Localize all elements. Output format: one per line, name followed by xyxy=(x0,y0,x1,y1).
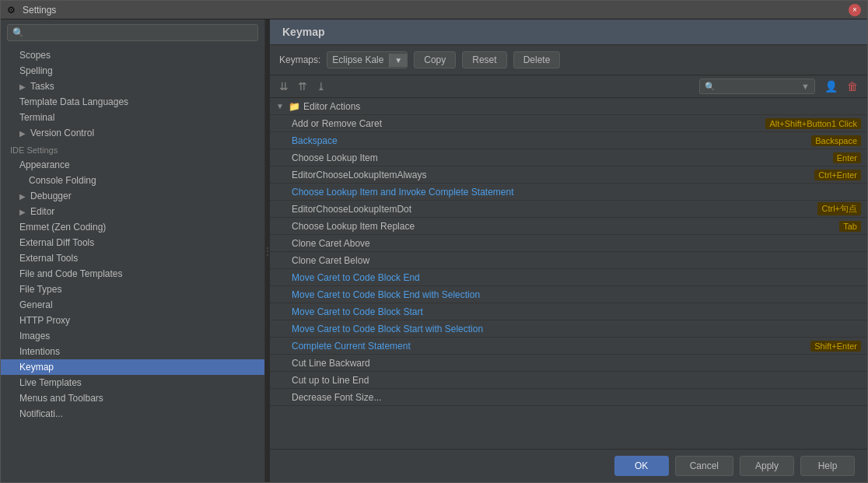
sidebar-search-input[interactable] xyxy=(27,27,253,38)
tree-row-label: Choose Lookup Item xyxy=(292,152,827,163)
tree-row[interactable]: Backspace Backspace xyxy=(270,132,867,149)
tree-toolbar: ⇊ ⇈ ⤓ 🔍 ▼ 👤 🗑 xyxy=(270,75,867,98)
delete-button[interactable]: Delete xyxy=(513,51,561,68)
close-button[interactable]: × xyxy=(849,4,861,16)
sidebar-item-label: Spelling xyxy=(19,65,53,76)
tree-row[interactable]: ▼ 📁 Editor Actions xyxy=(270,98,867,115)
sidebar-item-scopes[interactable]: Scopes xyxy=(1,47,264,63)
tree-row-label: EditorChooseLookupItemAlways xyxy=(292,170,808,180)
tree-row[interactable]: Move Caret to Code Block End with Select… xyxy=(270,286,867,303)
sidebar-item-label: Tasks xyxy=(30,81,54,92)
sidebar-item-label: Live Templates xyxy=(19,377,82,388)
tree-row-label: Clone Caret Below xyxy=(292,255,861,266)
tree-search-box[interactable]: 🔍 ▼ xyxy=(699,79,815,94)
sidebar-item-label: Terminal xyxy=(19,112,54,123)
group-label: IDE Settings xyxy=(10,145,58,155)
tree-row[interactable]: Choose Lookup Item Replace Tab xyxy=(270,218,867,235)
sidebar-item-label: File Types xyxy=(19,284,61,295)
select-dropdown-arrow-icon[interactable]: ▼ xyxy=(389,54,407,67)
user-filter-button[interactable]: 👤 xyxy=(821,79,841,94)
help-button[interactable]: Help xyxy=(800,456,855,476)
sidebar: 🔍 Scopes Spelling ▶ Tasks Template Data … xyxy=(1,19,265,482)
sidebar-item-file-and-code-templates[interactable]: File and Code Templates xyxy=(1,266,264,282)
tree-row-label: Cut Line Backward xyxy=(292,358,861,369)
tree-row[interactable]: EditorChooseLookupItemDot Ctrl+句点 xyxy=(270,201,867,218)
panel-header: Keymap xyxy=(270,19,867,45)
sidebar-item-label: Images xyxy=(19,331,50,341)
cancel-button[interactable]: Cancel xyxy=(675,456,733,476)
sidebar-item-general[interactable]: General xyxy=(1,297,264,313)
sidebar-item-label: General xyxy=(19,299,53,310)
sidebar-item-debugger[interactable]: ▶ Debugger xyxy=(1,188,264,204)
tree-row[interactable]: Clone Caret Below xyxy=(270,252,867,269)
tree-row-label: Backspace xyxy=(292,135,805,146)
collapse-all-button[interactable]: ⇈ xyxy=(295,79,310,94)
sidebar-item-external-diff-tools[interactable]: External Diff Tools xyxy=(1,235,264,250)
sidebar-item-label: Version Control xyxy=(30,128,94,138)
tree-row-shortcut: Alt+Shift+Button1 Click xyxy=(765,118,861,129)
tree-row[interactable]: Move Caret to Code Block End xyxy=(270,269,867,286)
resize-handle[interactable] xyxy=(265,19,270,482)
reset-button[interactable]: Reset xyxy=(462,51,506,68)
sidebar-item-template-data-languages[interactable]: Template Data Languages xyxy=(1,94,264,110)
tree-row-label: Cut up to Line End xyxy=(292,375,861,386)
sidebar-item-label: Intentions xyxy=(19,346,60,357)
tree-row-shortcut: Tab xyxy=(839,221,861,232)
tree-row[interactable]: Cut up to Line End xyxy=(270,372,867,389)
sidebar-item-label: Debugger xyxy=(30,191,72,201)
keymap-controls: Keymaps: Eclipse Kale ▼ Copy Reset Delet… xyxy=(270,45,867,75)
sidebar-search-box[interactable]: 🔍 xyxy=(7,24,258,41)
expand-all-button[interactable]: ⇊ xyxy=(276,79,292,94)
tree-row[interactable]: Add or Remove Caret Alt+Shift+Button1 Cl… xyxy=(270,115,867,132)
apply-button[interactable]: Apply xyxy=(740,456,794,476)
sidebar-item-editor[interactable]: ▶ Editor xyxy=(1,204,264,219)
tree-row[interactable]: EditorChooseLookupItemAlways Ctrl+Enter xyxy=(270,166,867,184)
sidebar-item-tasks[interactable]: ▶ Tasks xyxy=(1,79,264,94)
sidebar-item-label: Emmet (Zen Coding) xyxy=(19,222,106,233)
sidebar-item-console-folding[interactable]: Console Folding xyxy=(1,173,264,188)
sidebar-item-emmet[interactable]: Emmet (Zen Coding) xyxy=(1,219,264,235)
sidebar-item-label: Editor xyxy=(30,206,54,217)
sidebar-item-version-control[interactable]: ▶ Version Control xyxy=(1,125,264,141)
sidebar-item-file-types[interactable]: File Types xyxy=(1,282,264,297)
tree-row-label: Move Caret to Code Block End with Select… xyxy=(292,289,861,300)
tree-row[interactable]: Complete Current Statement Shift+Enter xyxy=(270,338,867,355)
tree-row-label: Editor Actions xyxy=(303,101,861,112)
tree-row-shortcut: Backspace xyxy=(811,135,861,146)
tree-row-shortcut: Shift+Enter xyxy=(810,341,861,352)
tree-row[interactable]: Clone Caret Above xyxy=(270,235,867,252)
tree-row[interactable]: Choose Lookup Item and Invoke Complete S… xyxy=(270,184,867,201)
keymap-select-wrapper[interactable]: Eclipse Kale ▼ xyxy=(327,51,408,68)
sidebar-item-spelling[interactable]: Spelling xyxy=(1,63,264,79)
sidebar-item-menus-and-toolbars[interactable]: Menus and Toolbars xyxy=(1,390,264,406)
tree-row-label: Move Caret to Code Block Start with Sele… xyxy=(292,324,861,334)
delete-shortcut-button[interactable]: 🗑 xyxy=(844,79,861,94)
title-bar: ⚙ Settings × xyxy=(1,1,867,19)
copy-button[interactable]: Copy xyxy=(414,51,456,68)
panel-title: Keymap xyxy=(282,26,324,38)
sidebar-item-label: External Tools xyxy=(19,253,78,264)
tree-row[interactable]: Cut Line Backward xyxy=(270,355,867,372)
sidebar-item-terminal[interactable]: Terminal xyxy=(1,110,264,125)
sidebar-item-external-tools[interactable]: External Tools xyxy=(1,250,264,266)
tree-row[interactable]: Decrease Font Size... xyxy=(270,389,867,406)
expand-arrow-icon: ▶ xyxy=(19,129,27,138)
expand-selected-button[interactable]: ⤓ xyxy=(313,79,329,94)
sidebar-list: Scopes Spelling ▶ Tasks Template Data La… xyxy=(1,46,264,482)
tree-row[interactable]: Move Caret to Code Block Start xyxy=(270,303,867,320)
sidebar-item-live-templates[interactable]: Live Templates xyxy=(1,375,264,390)
tree-row[interactable]: Move Caret to Code Block Start with Sele… xyxy=(270,320,867,338)
sidebar-item-images[interactable]: Images xyxy=(1,328,264,344)
expand-arrow-icon: ▶ xyxy=(19,208,27,216)
tree-search-input[interactable] xyxy=(719,81,796,92)
action-tree: ▼ 📁 Editor Actions Add or Remove Caret A… xyxy=(270,98,867,449)
sidebar-item-http-proxy[interactable]: HTTP Proxy xyxy=(1,313,264,328)
keymap-select[interactable]: Eclipse Kale xyxy=(327,52,389,68)
tree-row-shortcut: Enter xyxy=(833,152,861,163)
ok-button[interactable]: OK xyxy=(614,456,669,476)
sidebar-item-notifications[interactable]: Notificati... xyxy=(1,406,264,422)
sidebar-item-keymap[interactable]: Keymap xyxy=(1,359,264,375)
sidebar-item-intentions[interactable]: Intentions xyxy=(1,344,264,359)
sidebar-item-appearance[interactable]: Appearance xyxy=(1,157,264,173)
tree-row[interactable]: Choose Lookup Item Enter xyxy=(270,149,867,166)
